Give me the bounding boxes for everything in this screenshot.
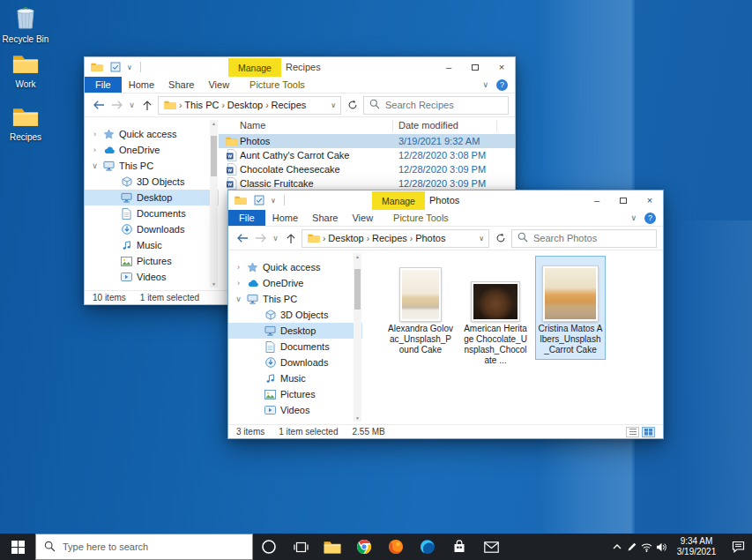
sidebar-item-documents[interactable]: Documents [85,205,219,221]
search-box[interactable] [363,96,509,115]
breadcrumb-segment-recipes[interactable]: Recipes [372,233,407,243]
customize-qat-chevron-icon[interactable]: ∨ [127,63,132,71]
sidebar-item-music[interactable]: Music [85,237,219,253]
manage-contextual-tab[interactable]: Manage [372,191,425,210]
recent-locations-chevron-icon[interactable]: ∨ [272,234,279,243]
pen-icon[interactable] [624,534,639,560]
titlebar[interactable]: ∨ Manage Recipes – × [85,57,515,77]
forward-button[interactable] [253,229,268,247]
refresh-icon[interactable] [345,96,360,114]
back-button[interactable] [91,96,106,114]
store-icon[interactable] [443,534,475,560]
tab-share[interactable]: Share [305,210,345,226]
mail-icon[interactable] [475,534,507,560]
tab-view[interactable]: View [201,77,236,93]
photo-thumbnail[interactable] [400,268,441,321]
minimize-button[interactable]: – [436,57,462,77]
maximize-button[interactable] [610,190,637,210]
close-button[interactable]: × [637,190,663,210]
breadcrumb-segment-this-pc[interactable]: This PC [184,100,219,110]
taskbar-clock[interactable]: 9:34 AM 3/19/2021 [669,534,724,560]
address-dropdown-icon[interactable]: ∨ [331,101,336,109]
address-dropdown-icon[interactable]: ∨ [479,235,484,243]
file-row-chocolate-cheesecake[interactable]: Chocolate Cheesecake 12/28/2020 3:09 PM [219,162,515,176]
breadcrumb-segment-photos[interactable]: Photos [415,233,445,243]
search-input[interactable] [533,233,651,243]
details-view-button[interactable] [626,427,639,437]
close-button[interactable]: × [488,57,515,77]
properties-icon[interactable] [252,195,265,205]
up-button[interactable] [139,96,154,114]
sidebar-item-this-pc[interactable]: ∨ This PC [85,158,219,174]
back-button[interactable] [235,229,249,247]
sidebar-item-videos[interactable]: Videos [228,402,362,418]
photo-thumbnail[interactable] [472,282,519,321]
tab-home[interactable]: Home [122,77,161,93]
desktop-icon-recipes[interactable]: Recipes [0,106,51,142]
sidebar-item-videos[interactable]: Videos [85,269,219,285]
sidebar-item-documents[interactable]: Documents [228,339,362,355]
properties-icon[interactable] [108,62,122,72]
sidebar-item-3d-objects[interactable]: 3D Objects [85,174,219,190]
breadcrumb[interactable]: ›Desktop›Recipes›Photos∨ [302,229,489,248]
photo-item-alexandra-golovac-unsplash-pou[interactable]: Alexandra Golovac_Unsplash_Pound Cake [385,256,456,360]
action-center-icon[interactable] [724,534,752,560]
scroll-up-icon[interactable]: ▲ [212,120,216,127]
breadcrumb-segment-desktop[interactable]: Desktop [227,100,263,110]
expand-chevron-icon[interactable]: › [91,146,99,154]
expand-chevron-icon[interactable]: ∨ [235,295,242,303]
breadcrumb-segment-desktop[interactable]: Desktop [328,233,363,243]
sidebar-scrollbar[interactable]: ▲ ▼ [354,253,361,422]
column-header-date-modified[interactable]: Date modified [393,120,497,131]
tab-share[interactable]: Share [161,77,201,93]
sidebar-item-this-pc[interactable]: ∨ This PC [228,291,362,307]
taskbar-search-input[interactable] [63,541,244,552]
titlebar[interactable]: ∨ Manage Photos – × [228,190,663,210]
search-box[interactable] [511,229,657,248]
scrollbar-thumb[interactable] [211,136,217,176]
tab-picture-tools[interactable]: Picture Tools [242,77,312,93]
start-button[interactable] [0,534,35,560]
ribbon-collapse-chevron-icon[interactable]: ∨ [630,213,637,222]
tab-view[interactable]: View [345,210,380,226]
file-row-classic-fruitcake[interactable]: Classic Fruitcake 12/28/2020 3:09 PM [219,176,515,190]
refresh-icon[interactable] [493,229,508,247]
network-icon[interactable] [639,534,654,560]
tab-file[interactable]: File [85,77,122,93]
file-explorer-icon[interactable] [316,534,348,560]
desktop-icon-recycle-bin[interactable]: Recycle Bin [0,5,51,44]
ribbon-collapse-chevron-icon[interactable]: ∨ [482,80,488,89]
scroll-up-icon[interactable]: ▲ [355,253,360,260]
sidebar-item-music[interactable]: Music [228,370,362,386]
recent-locations-chevron-icon[interactable]: ∨ [128,101,136,109]
sidebar-item-desktop[interactable]: Desktop [228,323,362,339]
column-header-name[interactable]: Name [219,120,393,131]
tab-file[interactable]: File [228,210,265,226]
sidebar-scrollbar[interactable]: ▲ ▼ [210,120,218,287]
chrome-icon[interactable] [348,534,380,560]
expand-chevron-icon[interactable]: ∨ [91,161,99,170]
sidebar-item-onedrive[interactable]: › OneDrive [85,142,219,158]
thumbnails-view-button[interactable] [642,427,655,437]
breadcrumb-segment-recipes[interactable]: Recipes [272,100,307,110]
tab-picture-tools[interactable]: Picture Tools [386,210,456,226]
sidebar-item-pictures[interactable]: Pictures [85,253,219,269]
scrollbar-thumb[interactable] [354,269,361,310]
sidebar-item-pictures[interactable]: Pictures [228,386,362,402]
sidebar-item-3d-objects[interactable]: 3D Objects [228,307,362,323]
edge-icon[interactable] [412,534,443,560]
help-icon[interactable]: ? [644,213,656,224]
task-view-icon[interactable] [285,534,316,560]
breadcrumb[interactable]: ›This PC›Desktop›Recipes∨ [158,96,341,115]
manage-contextual-tab[interactable]: Manage [228,58,281,77]
file-row-photos[interactable]: Photos 3/19/2021 9:32 AM [219,134,515,148]
expand-chevron-icon[interactable]: › [235,263,242,272]
file-row-aunt-cathy-s-carrot-cake[interactable]: Aunt Cathy's Carrot Cake 12/28/2020 3:08… [219,148,515,162]
volume-icon[interactable] [654,534,669,560]
help-icon[interactable]: ? [496,79,508,91]
sidebar-item-quick-access[interactable]: › Quick access [228,259,362,275]
sidebar-item-quick-access[interactable]: › Quick access [85,126,219,142]
photo-thumbnail[interactable] [543,266,598,321]
sidebar-item-onedrive[interactable]: › OneDrive [228,275,362,291]
minimize-button[interactable]: – [584,190,610,210]
